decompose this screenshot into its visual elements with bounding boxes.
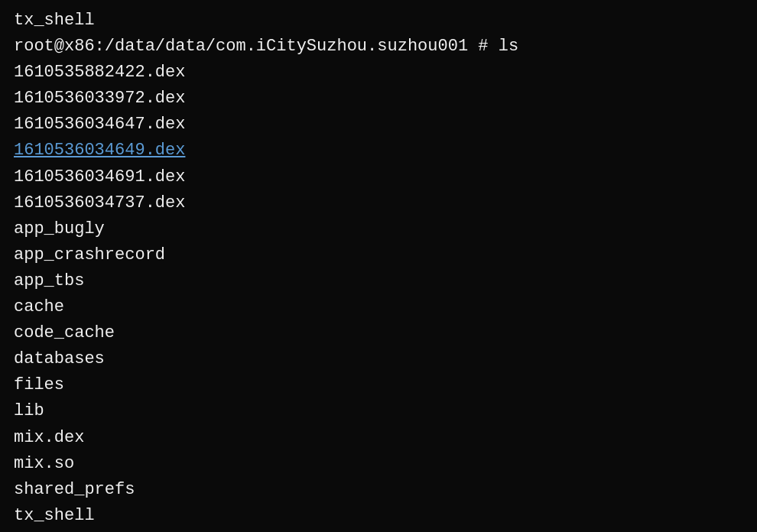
line-mix-dex: mix.dex — [14, 425, 743, 451]
line-mix-so: mix.so — [14, 451, 743, 477]
line-dex4[interactable]: 1610536034649.dex — [14, 138, 743, 164]
prompt-text: root@x86:/data/data/com.iCitySuzhou.suzh… — [14, 529, 499, 532]
line-shared-prefs: shared_prefs — [14, 477, 743, 503]
line-app-crashrecord: app_crashrecord — [14, 242, 743, 268]
terminal-window[interactable]: tx_shell root@x86:/data/data/com.iCitySu… — [14, 8, 743, 524]
line-prompt2: root@x86:/data/data/com.iCitySuzhou.suzh… — [14, 529, 743, 532]
line-cache: cache — [14, 294, 743, 320]
line-app-tbs: app_tbs — [14, 268, 743, 294]
line-tx-shell: tx_shell — [14, 503, 743, 529]
line-prompt1: root@x86:/data/data/com.iCitySuzhou.suzh… — [14, 34, 743, 60]
line-databases: databases — [14, 346, 743, 372]
line-truncated: tx_shell — [14, 8, 743, 34]
line-dex5: 1610536034691.dex — [14, 164, 743, 190]
line-code-cache: code_cache — [14, 320, 743, 346]
line-dex3: 1610536034647.dex — [14, 112, 743, 138]
line-files: files — [14, 372, 743, 398]
line-app-bugly: app_bugly — [14, 216, 743, 242]
line-lib: lib — [14, 398, 743, 424]
line-dex2: 1610536033972.dex — [14, 86, 743, 112]
line-dex6: 1610536034737.dex — [14, 190, 743, 216]
line-dex1: 1610535882422.dex — [14, 60, 743, 86]
